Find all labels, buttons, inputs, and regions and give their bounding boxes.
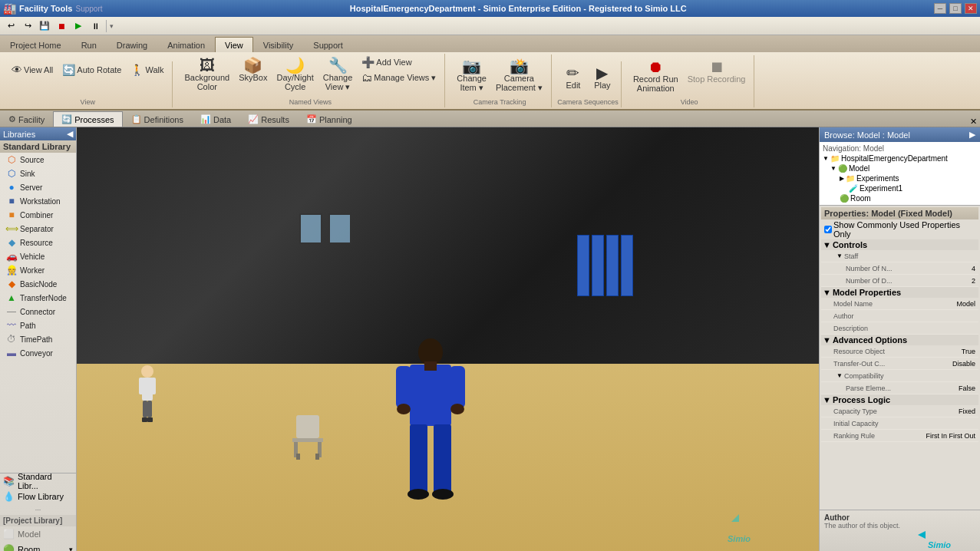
sidebar-flow-library[interactable]: 💧 Flow Library [0, 489, 76, 504]
tab-results[interactable]: 📈 Results [239, 111, 298, 127]
record-button[interactable]: ⏺ Record RunAnimation [629, 57, 682, 95]
qa-stop-button[interactable]: ⏹ [54, 19, 69, 33]
tab-animation[interactable]: Animation [157, 37, 215, 52]
stop-recording-button[interactable]: ⏹ Stop Recording [684, 57, 750, 86]
manage-views-button[interactable]: 🗂 Manage Views ▾ [358, 71, 440, 84]
tab-planning[interactable]: 📅 Planning [298, 111, 361, 127]
worker-icon: 👷 [6, 265, 17, 276]
svg-rect-7 [147, 417, 153, 422]
sidebar-item-workstation[interactable]: ■ Workstation [0, 194, 76, 208]
sidebar-collapse-button[interactable]: ◀ [67, 129, 73, 139]
change-view-icon: 🔧 [328, 58, 348, 73]
tab-support[interactable]: Support [303, 37, 353, 52]
daynight-icon: 🌙 [285, 58, 305, 73]
prop-author: Author [821, 310, 978, 322]
sidebar-item-resource[interactable]: ◆ Resource [0, 236, 76, 249]
sidebar-item-timepath[interactable]: ⏱ TimePath [0, 332, 76, 346]
skybox-button[interactable]: 📦 SkyBox [235, 55, 271, 84]
sidebar-standard-library[interactable]: 📚 Standard Libr... [0, 473, 76, 489]
tab-run[interactable]: Run [71, 37, 107, 52]
walk-icon: 🚶 [130, 64, 144, 75]
background-color-button[interactable]: 🖼 BackgroundColor [180, 55, 233, 94]
tree-experiments[interactable]: ▶ 📁 Experiments [821, 173, 978, 183]
change-view-button[interactable]: 🔧 ChangeView ▾ [319, 55, 357, 94]
tree-model[interactable]: ▼ 🟢 Model [821, 163, 978, 173]
toolbar-hint: ▾ [110, 22, 114, 30]
sidebar-item-combiner[interactable]: ■ Combiner [0, 208, 76, 222]
walk-button[interactable]: 🚶 Walk [127, 63, 167, 77]
model-icon: ⬜ [3, 529, 15, 539]
compatibility-subgroup[interactable]: ▼ Compatibility [821, 370, 978, 382]
add-view-button[interactable]: ➕ Add View [358, 55, 440, 69]
edit-button[interactable]: ✏ Edit [559, 63, 587, 92]
sidebar-item-worker[interactable]: 👷 Worker [0, 263, 76, 277]
tab-visibility[interactable]: Visibility [253, 37, 304, 52]
svg-point-17 [432, 489, 454, 500]
prop-parse-element: Parse Eleme... False [821, 382, 978, 394]
project-library-header: [Project Library] [0, 515, 76, 526]
camera-placement-button[interactable]: 📸 CameraPlacement ▾ [492, 56, 546, 95]
sidebar-item-source[interactable]: ⬡ Source [0, 153, 76, 167]
maximize-button[interactable]: □ [949, 3, 962, 14]
tab-project-home[interactable]: Project Home [0, 37, 71, 52]
process-logic-group-header[interactable]: ▼ Process Logic [821, 394, 978, 405]
sidebar-title: Libraries [3, 130, 35, 139]
qa-redo-button[interactable]: ↪ [20, 19, 35, 33]
tab-close-button[interactable]: ✕ [970, 117, 980, 127]
staff-subgroup[interactable]: ▼ Staff [821, 250, 978, 262]
tree-room[interactable]: 🟢 Room [821, 193, 978, 203]
sidebar-item-path[interactable]: 〰 Path [0, 318, 76, 332]
model-properties-group-header[interactable]: ▼ Model Properties [821, 287, 978, 298]
daynight-button[interactable]: 🌙 Day/NightCycle [272, 55, 317, 94]
svg-rect-24 [315, 454, 319, 460]
furniture-chair [285, 415, 331, 463]
common-props-check[interactable] [824, 226, 832, 233]
svg-rect-19 [296, 415, 319, 438]
controls-group-header[interactable]: ▼ Controls [821, 239, 978, 250]
tree-experiment1[interactable]: 🧪 Experiment1 [821, 183, 978, 193]
sidebar-item-transfernode[interactable]: ▲ TransferNode [0, 291, 76, 305]
sidebar-model-item[interactable]: ⬜ Model [0, 526, 76, 542]
panel-expand-button[interactable]: ▶ [969, 130, 975, 140]
qa-undo-button[interactable]: ↩ [3, 19, 18, 33]
show-common-props-checkbox[interactable]: Show Commonly Used Properties Only [821, 219, 978, 239]
sidebar-item-basicnode[interactable]: ◆ BasicNode [0, 277, 76, 291]
results-tab-icon: 📈 [248, 114, 259, 124]
change-item-button[interactable]: 📷 ChangeItem ▾ [453, 56, 490, 95]
standard-library-title[interactable]: Standard Library [0, 140, 76, 153]
qa-save-button[interactable]: 💾 [37, 19, 52, 33]
tab-definitions[interactable]: 📋 Definitions [123, 111, 192, 127]
sidebar-item-sink[interactable]: ⬡ Sink [0, 167, 76, 180]
auto-rotate-button[interactable]: 🔄 Auto Rotate [58, 63, 125, 77]
room-dropdown-icon[interactable]: ▾ [69, 546, 73, 551]
add-view-icon: ➕ [361, 57, 375, 68]
tab-view[interactable]: View [215, 37, 253, 52]
tab-processes[interactable]: 🔄 Processes [53, 111, 122, 127]
qa-pause-button[interactable]: ⏸ [87, 19, 103, 33]
svg-rect-6 [142, 417, 147, 422]
author-title: Author [824, 513, 975, 522]
camera-sequences-group: ✏ Edit ▶ Play Camera Sequences [555, 61, 622, 107]
close-button[interactable]: ✕ [965, 3, 977, 14]
tab-facility[interactable]: ⚙ Facility [0, 111, 53, 127]
timepath-icon: ⏱ [6, 334, 17, 345]
view-all-button[interactable]: 👁 View All [8, 63, 57, 77]
tab-data[interactable]: 📊 Data [192, 111, 239, 127]
sidebar-item-server[interactable]: ● Server [0, 180, 76, 194]
auto-rotate-icon: 🔄 [62, 64, 75, 75]
title-bar: 🏭 Facility Tools Support HospitalEmergen… [0, 0, 980, 17]
tab-drawing[interactable]: Drawing [107, 37, 157, 52]
minimize-button[interactable]: ─ [934, 3, 946, 14]
advanced-options-group-header[interactable]: ▼ Advanced Options [821, 335, 978, 345]
sidebar-item-connector[interactable]: — Connector [0, 305, 76, 318]
prop-capacity-type: Capacity Type Fixed [821, 405, 978, 417]
sidebar-item-separator[interactable]: ⟺ Separator [0, 222, 76, 236]
play-button[interactable]: ▶ Play [589, 63, 616, 92]
sidebar-item-vehicle[interactable]: 🚗 Vehicle [0, 249, 76, 263]
change-item-icon: 📷 [462, 58, 481, 74]
author-section: Author The author of this object. Simio [820, 510, 980, 551]
sidebar-room-item[interactable]: 🟢 Room ▾ [0, 542, 76, 551]
sidebar-item-conveyor[interactable]: ▬ Conveyor [0, 346, 76, 360]
qa-run-button[interactable]: ▶ [71, 19, 86, 33]
tree-hospital[interactable]: ▼ 📁 HospitalEmergencyDepartment [821, 153, 978, 163]
